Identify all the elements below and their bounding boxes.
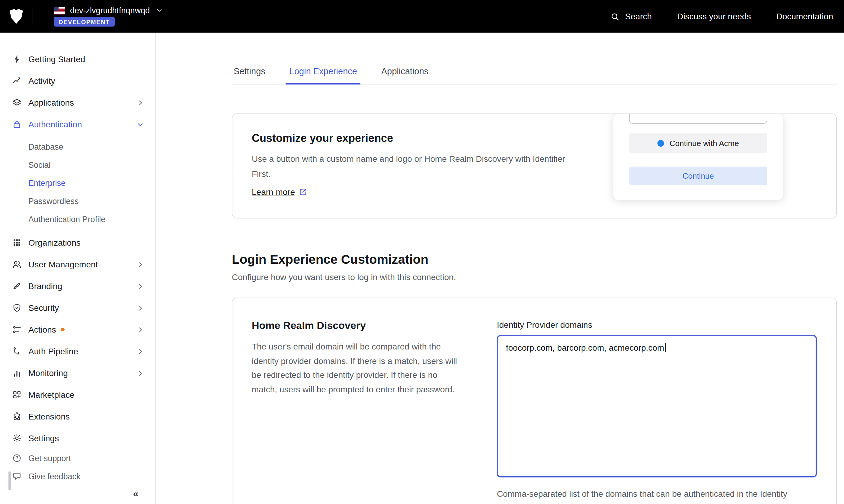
hrd-form-column: Identity Provider domains foocorp.com, b… (497, 320, 817, 504)
tenant-name: dev-zlvgrudhtfnqnwqd (70, 6, 150, 15)
gear-icon (12, 433, 22, 443)
preview-identifier-input (629, 113, 767, 124)
authentication-submenu: Database Social Enterprise Passwordless … (0, 135, 155, 232)
sidebar: Getting Started Activity Applications (0, 33, 156, 504)
customize-card-body: Use a button with a custom name and logo… (252, 151, 584, 182)
search-button[interactable]: Search (611, 12, 652, 21)
sidebar-item-give-feedback[interactable]: Give feedback (0, 467, 155, 485)
tab-applications[interactable]: Applications (379, 66, 430, 84)
search-label: Search (625, 12, 652, 21)
external-link-icon (299, 188, 307, 196)
chevron-down-icon (137, 121, 144, 128)
tab-login-experience[interactable]: Login Experience (288, 66, 359, 84)
hrd-body: The user's email domain will be compared… (252, 340, 463, 397)
learn-more-link[interactable]: Learn more (252, 187, 307, 197)
chevron-right-icon (137, 99, 144, 107)
learn-more-label: Learn more (252, 187, 295, 197)
grid-plus-icon (12, 390, 22, 400)
documentation-link[interactable]: Documentation (776, 12, 833, 21)
search-icon (611, 12, 620, 21)
sidebar-item-database[interactable]: Database (0, 138, 155, 156)
sidebar-footer-divider (0, 479, 155, 479)
sidebar-item-actions[interactable]: Actions (0, 319, 155, 340)
continue-button[interactable]: Continue (629, 167, 767, 185)
help-circle-icon (12, 453, 22, 463)
continue-with-acme-button[interactable]: Continue with Acme (629, 133, 767, 153)
main-content: Settings Login Experience Applications C… (156, 33, 844, 504)
app-root: dev-zlvgrudhtfnqnwqd DEVELOPMENT Search … (0, 0, 844, 504)
sidebar-item-organizations[interactable]: Organizations (0, 232, 155, 253)
chevron-right-icon (137, 282, 144, 290)
sidebar-item-marketplace[interactable]: Marketplace (0, 384, 155, 406)
idp-domains-helper-text: Comma-separated list of the domains that… (497, 487, 817, 504)
new-feature-dot (61, 328, 65, 331)
acme-button-label: Continue with Acme (669, 139, 739, 148)
paintbrush-icon (12, 281, 22, 291)
sidebar-item-authentication-profile[interactable]: Authentication Profile (0, 210, 155, 228)
pipeline-icon (12, 346, 22, 356)
sidebar-item-get-support[interactable]: Get support (0, 449, 155, 467)
sidebar-nav: Getting Started Activity Applications (0, 33, 155, 485)
sidebar-item-passwordless[interactable]: Passwordless (0, 192, 155, 210)
sidebar-item-auth-pipeline[interactable]: Auth Pipeline (0, 340, 155, 362)
environment-badge: DEVELOPMENT (54, 17, 115, 27)
scrollbar-thumb[interactable] (8, 471, 11, 490)
lightning-icon (12, 54, 22, 64)
activity-chart-icon (12, 76, 22, 86)
collapse-sidebar-button[interactable]: « (129, 487, 143, 500)
hrd-description-column: Home Realm Discovery The user's email do… (252, 320, 463, 504)
topbar-divider (33, 8, 33, 24)
login-preview-panel: Continue with Acme Continue (613, 114, 783, 200)
acme-logo-dot (658, 140, 664, 146)
sidebar-item-getting-started[interactable]: Getting Started (0, 48, 155, 70)
idp-domains-label: Identity Provider domains (497, 320, 817, 329)
idp-domains-value: foocorp.com, barcorp.com, acmecorp.com (506, 343, 664, 353)
discuss-your-needs-link[interactable]: Discuss your needs (677, 12, 751, 21)
chevron-right-icon (137, 369, 144, 377)
sidebar-item-authentication[interactable]: Authentication (0, 113, 155, 135)
us-flag-icon (54, 7, 65, 15)
sidebar-item-security[interactable]: Security (0, 297, 155, 319)
tenant-row: dev-zlvgrudhtfnqnwqd (54, 6, 163, 15)
flows-icon (12, 325, 22, 335)
topbar-actions: Search Discuss your needs Documentation (611, 12, 844, 21)
sidebar-item-extensions[interactable]: Extensions (0, 406, 155, 427)
sidebar-item-applications[interactable]: Applications (0, 92, 155, 113)
shield-check-icon (12, 303, 22, 313)
tenant-switcher[interactable]: dev-zlvgrudhtfnqnwqd DEVELOPMENT (54, 6, 163, 27)
sidebar-item-social[interactable]: Social (0, 156, 155, 174)
chevron-right-icon (137, 326, 144, 334)
auth0-logo[interactable] (7, 7, 25, 25)
hrd-title: Home Realm Discovery (252, 320, 463, 332)
text-caret (665, 343, 666, 352)
sidebar-item-enterprise[interactable]: Enterprise (0, 174, 155, 192)
page-title: Login Experience Customization (232, 252, 837, 267)
sidebar-item-activity[interactable]: Activity (0, 70, 155, 92)
customize-experience-card: Customize your experience Use a button w… (232, 113, 837, 218)
topbar: dev-zlvgrudhtfnqnwqd DEVELOPMENT Search … (0, 0, 844, 33)
layers-icon (12, 98, 22, 107)
discuss-label: Discuss your needs (677, 12, 751, 21)
tab-bar: Settings Login Experience Applications (232, 66, 837, 85)
users-icon (12, 259, 22, 269)
grid-icon (12, 238, 22, 248)
home-realm-discovery-card: Home Realm Discovery The user's email do… (232, 298, 837, 504)
sidebar-item-user-management[interactable]: User Management (0, 253, 155, 275)
chevron-right-icon (137, 260, 144, 268)
bar-chart-icon (12, 368, 22, 378)
puzzle-icon (12, 412, 22, 421)
chevron-right-icon (137, 304, 144, 312)
chevron-right-icon (137, 347, 144, 355)
sidebar-item-branding[interactable]: Branding (0, 275, 155, 297)
sidebar-item-monitoring[interactable]: Monitoring (0, 362, 155, 384)
documentation-label: Documentation (776, 12, 833, 21)
chevron-down-icon (156, 7, 163, 14)
feedback-bubble-icon (12, 471, 22, 481)
lock-icon (12, 120, 22, 129)
page-subtitle: Configure how you want users to log in w… (232, 272, 837, 282)
sidebar-item-settings[interactable]: Settings (0, 427, 155, 449)
idp-domains-input[interactable]: foocorp.com, barcorp.com, acmecorp.com (497, 335, 817, 478)
tab-settings[interactable]: Settings (232, 66, 267, 84)
